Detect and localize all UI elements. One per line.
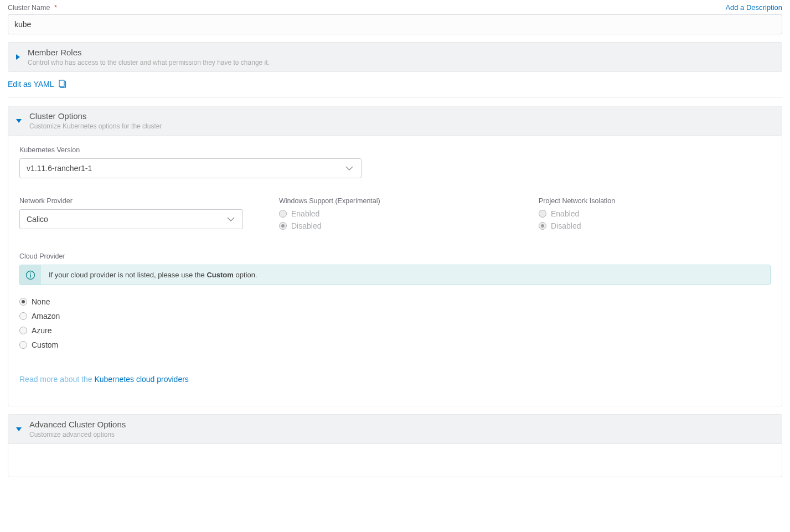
- read-more-prefix: Read more about the: [19, 375, 94, 384]
- windows-support-disabled-radio: Disabled: [279, 221, 511, 230]
- svg-rect-1: [59, 80, 64, 87]
- member-roles-title: Member Roles: [28, 48, 270, 57]
- windows-support-enabled-label: Enabled: [291, 209, 319, 218]
- chevron-down-icon: [227, 215, 235, 224]
- chevron-down-icon: [16, 119, 22, 123]
- member-roles-sub: Control who has access to the cluster an…: [28, 59, 270, 66]
- project-isolation-disabled-radio: Disabled: [539, 221, 771, 230]
- cluster-name-input[interactable]: [8, 14, 782, 34]
- advanced-options-body: [8, 442, 782, 477]
- svg-rect-3: [30, 274, 31, 277]
- svg-rect-4: [30, 272, 31, 273]
- cloud-provider-amazon-label: Amazon: [32, 312, 60, 321]
- network-provider-label: Network Provider: [19, 197, 251, 205]
- info-icon: [20, 265, 41, 285]
- cluster-options-panel[interactable]: Cluster Options Customize Kubernetes opt…: [8, 106, 782, 136]
- windows-support-label: Windows Support (Experimental): [279, 197, 511, 205]
- cloud-provider-none-label: None: [32, 297, 50, 306]
- project-isolation-enabled-radio: Enabled: [539, 209, 771, 218]
- cloud-provider-none-radio[interactable]: None: [19, 297, 771, 306]
- windows-support-enabled-radio: Enabled: [279, 209, 511, 218]
- project-isolation-enabled-label: Enabled: [551, 209, 579, 218]
- cloud-provider-info-banner: If your cloud provider is not listed, pl…: [19, 265, 771, 285]
- project-isolation-label: Project Network Isolation: [539, 197, 771, 205]
- cloud-provider-custom-radio[interactable]: Custom: [19, 340, 771, 349]
- radio-icon: [539, 210, 546, 218]
- cluster-options-title: Cluster Options: [29, 111, 162, 121]
- radio-icon: [19, 298, 27, 306]
- member-roles-panel[interactable]: Member Roles Control who has access to t…: [8, 42, 782, 72]
- cluster-options-sub: Customize Kubernetes options for the clu…: [29, 122, 162, 130]
- cloud-banner-bold: Custom: [206, 271, 233, 279]
- advanced-options-sub: Customize advanced options: [29, 431, 126, 438]
- chevron-right-icon: [16, 54, 20, 60]
- edit-as-yaml-link[interactable]: Edit as YAML: [8, 80, 54, 89]
- windows-support-disabled-label: Disabled: [291, 221, 321, 230]
- k8s-version-value: v1.11.6-rancher1-1: [27, 164, 92, 173]
- chevron-down-icon: [16, 427, 22, 431]
- network-provider-value: Calico: [27, 215, 48, 224]
- k8s-version-label: Kubernetes Version: [19, 146, 771, 154]
- cloud-provider-azure-label: Azure: [32, 326, 52, 335]
- network-provider-select[interactable]: Calico: [19, 209, 243, 229]
- radio-icon: [19, 327, 27, 334]
- radio-icon: [19, 341, 27, 349]
- required-star: *: [54, 3, 57, 12]
- cloud-provider-custom-label: Custom: [32, 340, 58, 349]
- cloud-banner-prefix: If your cloud provider is not listed, pl…: [49, 271, 206, 279]
- cloud-provider-azure-radio[interactable]: Azure: [19, 326, 771, 335]
- cluster-options-body: Kubernetes Version v1.11.6-rancher1-1 Ne…: [8, 134, 782, 406]
- cloud-provider-label: Cloud Provider: [19, 252, 771, 260]
- add-description-link[interactable]: Add a Description: [725, 3, 782, 12]
- clipboard-icon[interactable]: [59, 80, 66, 89]
- cloud-provider-amazon-radio[interactable]: Amazon: [19, 312, 771, 321]
- radio-icon: [279, 222, 287, 230]
- advanced-options-panel[interactable]: Advanced Cluster Options Customize advan…: [8, 414, 782, 444]
- read-more-link[interactable]: Kubernetes cloud providers: [94, 375, 188, 384]
- radio-icon: [19, 312, 27, 320]
- radio-icon: [279, 210, 287, 218]
- project-isolation-disabled-label: Disabled: [551, 221, 581, 230]
- chevron-down-icon: [345, 164, 353, 173]
- cluster-name-label: Cluster Name: [8, 4, 50, 12]
- k8s-version-select[interactable]: v1.11.6-rancher1-1: [19, 158, 362, 178]
- radio-icon: [539, 222, 546, 230]
- cloud-banner-suffix: option.: [234, 271, 257, 279]
- advanced-options-title: Advanced Cluster Options: [29, 420, 126, 429]
